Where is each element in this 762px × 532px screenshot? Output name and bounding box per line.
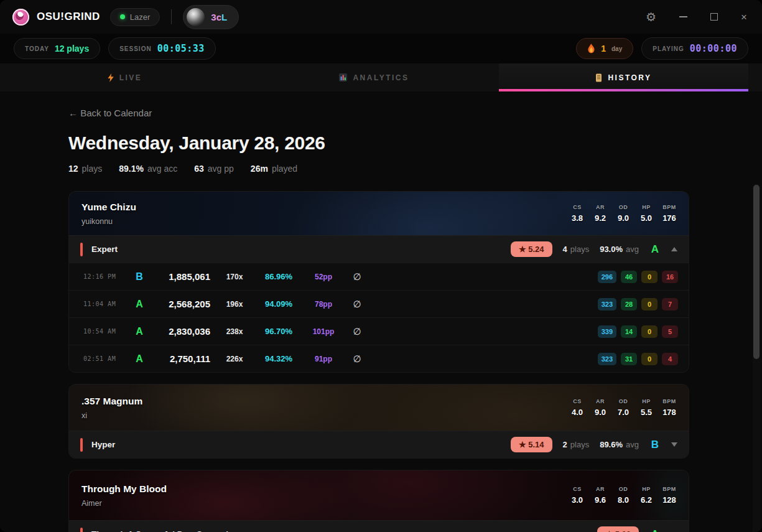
play-score: 2,568,205 [151,299,210,309]
session-timer-value: 00:05:33 [157,43,205,54]
star-rating-badge: ★ 5.14 [511,437,552,452]
play-row[interactable]: 12:16 PM B 1,885,061 170x 86.96% 52pp ∅ … [69,263,689,290]
map-title: Yume Chizu [81,202,136,213]
today-plays-pill: TODAY 12 plays [14,38,100,59]
hit-100-badge: 28 [621,298,637,310]
stat-bpm: BPM176 [662,204,676,223]
streak-pill: 1 day [576,38,633,59]
play-row[interactable]: 11:04 AM A 2,568,205 196x 94.09% 78pp ∅ … [69,290,689,317]
bar-chart-icon [339,73,347,82]
close-button[interactable]: × [741,12,747,22]
map-artist: yuikonnu [81,217,136,226]
minimize-button[interactable] [679,16,687,17]
map-stats: CS3.8 AR9.2 OD9.0 HP5.0 BPM176 [570,204,676,223]
user-profile-button[interactable]: 3cL [183,5,239,29]
hit-counts: 339 14 0 5 [598,325,678,338]
stat-bpm: BPM178 [662,398,676,417]
difficulty-summary: ★ 5.00 A [597,526,677,532]
expand-caret-icon[interactable] [671,442,677,447]
play-pp: 52pp [299,273,348,281]
summary-avg-pp: 63avg pp [194,164,234,174]
status-dot-icon [120,14,125,19]
no-mods-icon: ∅ [348,271,366,282]
flame-icon [587,44,595,54]
play-score: 2,750,111 [151,353,210,364]
grade-badge: B [649,439,661,451]
scrollbar-track[interactable] [753,184,760,532]
tab-history[interactable]: HISTORY [499,63,748,91]
stat-ar: AR9.2 [593,204,607,223]
hit-300-badge: 323 [598,353,616,365]
settings-gear-icon[interactable]: ⚙ [646,11,656,23]
statusbar: TODAY 12 plays SESSION 00:05:33 1 day PL… [0,34,762,63]
summary-avg-acc: 89.1%avg acc [119,164,177,174]
star-rating-badge: ★ 5.24 [511,241,552,257]
plays-count: 4plays [563,245,590,254]
difficulty-accent-bar [80,243,83,256]
stat-cs: CS4.0 [570,398,584,417]
star-rating-badge: ★ 5.00 [597,526,639,532]
stat-hp: HP6.2 [639,486,653,505]
difficulty-summary: ★ 5.14 2plays 89.6%avg B [511,437,677,452]
app-window: OSU!GRIND Lazer 3cL ⚙ × TODAY 12 plays S… [0,0,762,532]
play-time: 10:54 AM [83,328,128,335]
play-grade: A [128,299,151,310]
difficulty-row[interactable]: Through A Sorrowful Day, Somewhere ★ 5.0… [69,520,689,532]
scrollbar-thumb[interactable] [753,185,760,359]
map-card: Yume Chizu yuikonnu CS3.8 AR9.2 OD9.0 HP… [68,191,689,373]
play-row[interactable]: 02:51 AM A 2,750,111 226x 94.32% 91pp ∅ … [69,345,689,372]
no-mods-icon: ∅ [348,353,366,365]
difficulty-accent-bar [80,528,83,532]
difficulty-row-hyper[interactable]: Hyper ★ 5.14 2plays 89.6%avg B [69,431,689,458]
hit-miss-badge: 5 [662,325,678,338]
play-combo: 196x [210,300,259,309]
map-title: Through My Blood [81,483,167,495]
app-brand: OSU!GRIND [37,11,100,23]
stat-ar: AR9.6 [593,486,607,505]
collapse-caret-icon[interactable] [671,247,677,251]
map-header: Through My Blood Aimer CS3.0 AR9.6 OD8.0… [69,470,689,520]
avatar [187,8,205,26]
tab-analytics[interactable]: ANALYTICS [249,63,499,91]
hit-counts: 323 28 0 7 [598,298,678,310]
map-header: .357 Magnum xi CS4.0 AR9.0 OD7.0 HP5.5 B… [69,385,689,431]
streak-unit: day [611,45,622,52]
tab-live[interactable]: LIVE [0,63,249,91]
tabbar: LIVE ANALYTICS HISTORY [0,63,762,91]
day-summary: 12plays 89.1%avg acc 63avg pp 26mplayed [68,164,762,174]
play-time: 02:51 AM [83,355,128,362]
back-to-calendar-link[interactable]: ← Back to Calendar [68,108,152,118]
stat-bpm: BPM128 [662,486,676,505]
hit-100-badge: 31 [621,353,637,365]
difficulty-row-expert[interactable]: Expert ★ 5.24 4plays 93.0%avg A [69,235,689,263]
maximize-button[interactable] [710,13,718,21]
play-accuracy: 94.09% [259,299,299,309]
play-row[interactable]: 10:54 AM A 2,830,036 238x 96.70% 101pp ∅… [69,317,689,345]
osu-logo-icon [12,9,29,26]
play-pp: 101pp [299,327,348,336]
today-plays-value: 12 plays [55,44,89,54]
hit-miss-badge: 7 [662,298,678,310]
no-mods-icon: ∅ [348,299,366,310]
stat-ar: AR9.0 [593,398,607,417]
map-card: Through My Blood Aimer CS3.0 AR9.6 OD8.0… [68,470,689,532]
no-mods-icon: ∅ [348,326,366,337]
difficulty-accent-bar [80,438,83,452]
hit-50-badge: 0 [641,325,657,338]
stat-od: OD8.0 [616,486,630,505]
titlebar: OSU!GRIND Lazer 3cL ⚙ × [0,0,762,34]
play-time: 12:16 PM [83,273,128,280]
play-grade: B [128,271,151,282]
stat-cs: CS3.8 [570,204,584,223]
username: 3cL [211,12,227,22]
page-title: Wednesday, January 28, 2026 [68,132,762,154]
summary-time-played: 26mplayed [251,164,297,174]
play-combo: 170x [210,273,259,281]
play-grade: A [128,326,151,337]
map-stats: CS4.0 AR9.0 OD7.0 HP5.5 BPM178 [570,398,676,417]
session-timer-pill: SESSION 00:05:33 [108,37,216,60]
avg-acc: 89.6%avg [600,440,639,449]
hit-50-badge: 0 [641,298,657,310]
map-title: .357 Magnum [81,396,142,407]
play-score: 1,885,061 [151,271,210,282]
